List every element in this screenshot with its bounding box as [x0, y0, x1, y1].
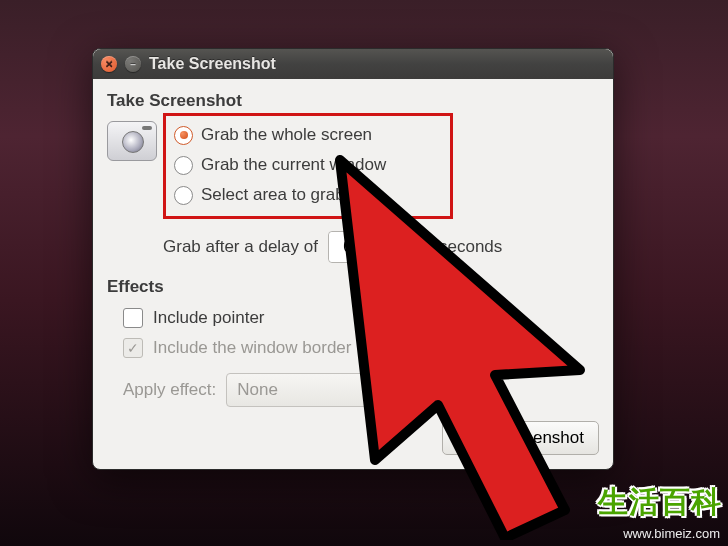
radio-label: Select area to grab: [201, 185, 345, 205]
checkbox-icon: ✓: [123, 338, 143, 358]
watermark: 生活百科 www.bimeiz.com: [598, 482, 722, 542]
radio-label: Grab the current window: [201, 155, 386, 175]
window-title: Take Screenshot: [149, 55, 276, 73]
titlebar[interactable]: ✕ – Take Screenshot: [93, 49, 613, 79]
combo-value: None: [237, 380, 278, 400]
camera-icon: [107, 121, 157, 161]
radio-icon: [174, 156, 193, 175]
delay-row: Grab after a delay of − + seconds: [163, 231, 599, 263]
delay-minus-button[interactable]: −: [368, 232, 398, 262]
radio-icon: [174, 126, 193, 145]
delay-prefix: Grab after a delay of: [163, 237, 318, 257]
watermark-text: 生活百科: [598, 482, 722, 523]
close-icon[interactable]: ✕: [101, 56, 117, 72]
watermark-url: www.bimeiz.com: [621, 525, 722, 542]
checkbox-icon: [123, 308, 143, 328]
dialog-body: Take Screenshot Grab the whole screen Gr…: [93, 79, 613, 469]
capture-mode-highlight: Grab the whole screen Grab the current w…: [163, 113, 453, 219]
radio-grab-whole-screen[interactable]: Grab the whole screen: [172, 120, 442, 150]
take-screenshot-button[interactable]: Take Screenshot: [442, 421, 599, 455]
apply-effect-row: Apply effect: None ▴▾: [123, 373, 599, 407]
delay-suffix: seconds: [439, 237, 502, 257]
capture-section-title: Take Screenshot: [107, 91, 599, 111]
checkbox-include-pointer[interactable]: Include pointer: [123, 303, 599, 333]
minimize-icon[interactable]: –: [125, 56, 141, 72]
effects-section-title: Effects: [107, 277, 599, 297]
delay-spinbox: − +: [328, 231, 429, 263]
checkbox-label: Include the window border: [153, 338, 351, 358]
radio-label: Grab the whole screen: [201, 125, 372, 145]
apply-effect-combo: None ▴▾: [226, 373, 448, 407]
delay-plus-button[interactable]: +: [398, 232, 428, 262]
checkbox-include-border: ✓ Include the window border: [123, 333, 599, 363]
radio-grab-current-window[interactable]: Grab the current window: [172, 150, 442, 180]
delay-input[interactable]: [329, 232, 368, 262]
radio-icon: [174, 186, 193, 205]
radio-select-area[interactable]: Select area to grab: [172, 180, 442, 210]
capture-mode-group: Grab the whole screen Grab the current w…: [169, 117, 599, 225]
apply-effect-label: Apply effect:: [123, 380, 216, 400]
checkbox-label: Include pointer: [153, 308, 265, 328]
screenshot-dialog: ✕ – Take Screenshot Take Screenshot Grab…: [92, 48, 614, 470]
